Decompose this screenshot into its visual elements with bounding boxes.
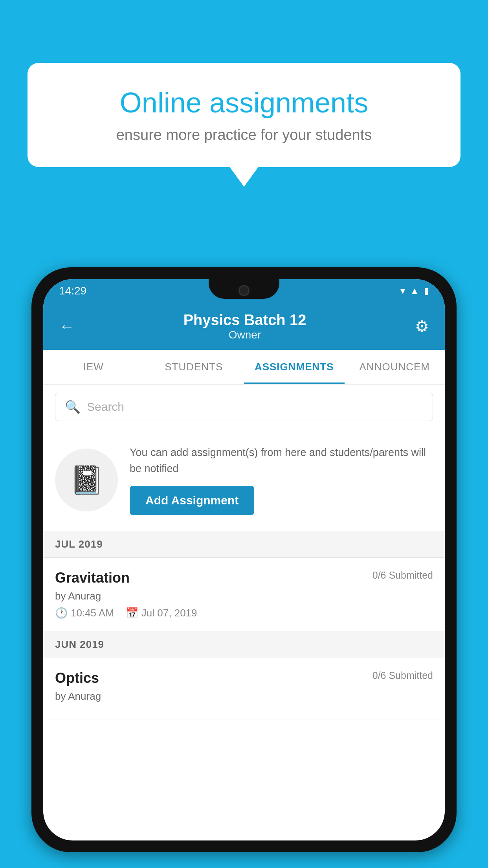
app-bar-title-area: Physics Batch 12 Owner xyxy=(183,312,306,341)
battery-icon: ▮ xyxy=(424,285,429,296)
tabs-bar: IEW STUDENTS ASSIGNMENTS ANNOUNCEM xyxy=(43,350,445,385)
date-value: Jul 07, 2019 xyxy=(141,607,197,619)
assignment-author-optics: by Anurag xyxy=(55,690,433,702)
back-button[interactable]: ← xyxy=(59,318,75,335)
clock-icon: 🕐 xyxy=(55,607,68,619)
assignment-title-optics: Optics xyxy=(55,670,99,686)
tab-students[interactable]: STUDENTS xyxy=(144,350,244,384)
phone-container: 14:29 ▾ ▲ ▮ ← Physics Batch 12 Owner ⚙ I… xyxy=(31,267,457,852)
calendar-icon: 📅 xyxy=(126,607,138,619)
phone-camera xyxy=(238,285,250,296)
app-bar: ← Physics Batch 12 Owner ⚙ xyxy=(43,303,445,350)
speech-bubble-container: Online assignments ensure more practice … xyxy=(28,63,460,167)
section-header-jun: JUN 2019 xyxy=(43,631,445,658)
status-icons: ▾ ▲ ▮ xyxy=(400,285,429,296)
section-header-jul: JUL 2019 xyxy=(43,531,445,558)
search-placeholder: Search xyxy=(87,400,124,414)
assignment-title: Gravitation xyxy=(55,570,130,586)
speech-bubble-title: Online assignments xyxy=(59,86,429,119)
promo-content: You can add assignment(s) from here and … xyxy=(130,445,433,515)
assignment-submitted-optics: 0/6 Submitted xyxy=(372,670,433,681)
search-container: 🔍 Search xyxy=(43,385,445,429)
app-bar-title: Physics Batch 12 xyxy=(183,312,306,329)
tab-announcements[interactable]: ANNOUNCEM xyxy=(345,350,445,384)
status-time: 14:29 xyxy=(59,285,86,297)
app-bar-subtitle: Owner xyxy=(183,329,306,341)
tab-iew[interactable]: IEW xyxy=(43,350,144,384)
assignment-item-optics[interactable]: Optics 0/6 Submitted by Anurag xyxy=(43,658,445,719)
assignment-submitted: 0/6 Submitted xyxy=(372,570,433,581)
promo-text: You can add assignment(s) from here and … xyxy=(130,445,433,476)
search-icon: 🔍 xyxy=(65,399,81,414)
search-bar[interactable]: 🔍 Search xyxy=(55,393,433,421)
phone-notch xyxy=(209,279,279,299)
assignment-header: Gravitation 0/6 Submitted xyxy=(55,570,433,586)
signal-icon: ▲ xyxy=(410,285,419,296)
assignment-author: by Anurag xyxy=(55,590,433,602)
speech-bubble: Online assignments ensure more practice … xyxy=(28,63,460,167)
settings-button[interactable]: ⚙ xyxy=(415,317,429,335)
phone-screen: 14:29 ▾ ▲ ▮ ← Physics Batch 12 Owner ⚙ I… xyxy=(43,279,445,840)
speech-bubble-subtitle: ensure more practice for your students xyxy=(59,127,429,143)
assignment-time: 🕐 10:45 AM xyxy=(55,607,114,619)
assignment-meta: 🕐 10:45 AM 📅 Jul 07, 2019 xyxy=(55,607,433,619)
promo-icon-circle: 📓 xyxy=(55,449,118,511)
promo-section: 📓 You can add assignment(s) from here an… xyxy=(43,429,445,531)
tab-assignments[interactable]: ASSIGNMENTS xyxy=(244,350,345,384)
wifi-icon: ▾ xyxy=(400,285,405,296)
add-assignment-button[interactable]: Add Assignment xyxy=(130,486,254,515)
time-value: 10:45 AM xyxy=(71,607,114,619)
assignment-date: 📅 Jul 07, 2019 xyxy=(126,607,197,619)
assignment-item-gravitation[interactable]: Gravitation 0/6 Submitted by Anurag 🕐 10… xyxy=(43,558,445,631)
assignment-header-optics: Optics 0/6 Submitted xyxy=(55,670,433,686)
phone-outer: 14:29 ▾ ▲ ▮ ← Physics Batch 12 Owner ⚙ I… xyxy=(31,267,457,852)
notebook-icon: 📓 xyxy=(70,464,104,496)
